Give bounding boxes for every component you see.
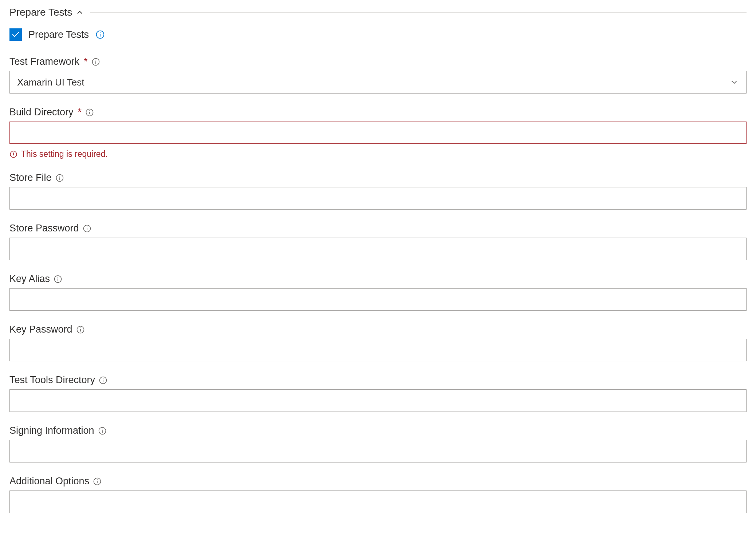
svg-point-2 (100, 32, 101, 33)
field-label-row: Signing Information (9, 425, 747, 436)
test-tools-directory-field: Test Tools Directory (9, 374, 747, 412)
svg-point-5 (95, 60, 96, 60)
signing-information-input[interactable] (9, 440, 747, 462)
test-framework-select[interactable]: Xamarin UI Test (9, 71, 747, 94)
key-password-input[interactable] (9, 339, 747, 361)
field-label-row: Key Alias (9, 273, 747, 285)
svg-point-11 (13, 155, 14, 156)
info-icon[interactable] (54, 275, 62, 283)
test-framework-field: Test Framework * Xamarin UI Test (9, 56, 747, 94)
required-asterisk: * (78, 107, 82, 118)
section-header[interactable]: Prepare Tests (9, 7, 747, 18)
test-tools-directory-label: Test Tools Directory (9, 374, 95, 386)
info-icon[interactable] (85, 108, 94, 117)
test-tools-directory-input[interactable] (9, 389, 747, 412)
store-file-field: Store File (9, 172, 747, 210)
field-label-row: Store File (9, 172, 747, 183)
prepare-tests-checkbox[interactable] (9, 28, 22, 41)
svg-point-23 (80, 327, 81, 328)
prepare-tests-checkbox-label: Prepare Tests (28, 29, 89, 40)
signing-information-field: Signing Information (9, 425, 747, 462)
build-directory-label: Build Directory (9, 107, 74, 118)
info-icon[interactable] (93, 477, 102, 486)
field-label-row: Test Tools Directory (9, 374, 747, 386)
prepare-tests-checkbox-row: Prepare Tests (9, 28, 747, 41)
svg-point-14 (59, 176, 60, 176)
store-file-label: Store File (9, 172, 52, 183)
key-password-label: Key Password (9, 324, 72, 335)
error-icon (9, 150, 17, 158)
store-password-field: Store Password (9, 223, 747, 260)
additional-options-label: Additional Options (9, 476, 89, 487)
svg-point-20 (58, 277, 58, 278)
chevron-down-icon (729, 78, 739, 87)
info-icon[interactable] (76, 325, 85, 334)
svg-point-29 (102, 429, 103, 429)
info-icon[interactable] (55, 174, 64, 182)
store-file-input[interactable] (9, 187, 747, 210)
info-icon[interactable] (95, 30, 105, 39)
key-alias-field: Key Alias (9, 273, 747, 311)
svg-point-8 (89, 110, 90, 111)
field-label-row: Additional Options (9, 476, 747, 487)
build-directory-field: Build Directory * This setting is requir… (9, 107, 747, 159)
info-icon[interactable] (99, 376, 107, 385)
field-label-row: Test Framework * (9, 56, 747, 67)
key-alias-label: Key Alias (9, 273, 50, 285)
test-framework-label: Test Framework (9, 56, 79, 67)
svg-point-26 (103, 378, 103, 379)
additional-options-input[interactable] (9, 491, 747, 513)
key-password-field: Key Password (9, 324, 747, 361)
field-label-row: Build Directory * (9, 107, 747, 118)
key-alias-input[interactable] (9, 288, 747, 311)
prepare-tests-panel: Prepare Tests Prepare Tests Test Framewo… (0, 0, 756, 541)
section-title: Prepare Tests (9, 7, 72, 18)
info-icon[interactable] (83, 224, 91, 233)
store-password-label: Store Password (9, 223, 79, 234)
info-icon[interactable] (98, 426, 107, 435)
signing-information-label: Signing Information (9, 425, 94, 436)
build-directory-error-text: This setting is required. (21, 149, 108, 159)
additional-options-field: Additional Options (9, 476, 747, 513)
test-framework-value: Xamarin UI Test (17, 77, 84, 88)
store-password-input[interactable] (9, 238, 747, 260)
info-icon[interactable] (91, 57, 100, 66)
build-directory-error: This setting is required. (9, 149, 747, 159)
field-label-row: Store Password (9, 223, 747, 234)
field-label-row: Key Password (9, 324, 747, 335)
chevron-up-icon (76, 8, 84, 16)
svg-point-17 (87, 226, 87, 227)
required-asterisk: * (84, 56, 88, 67)
section-rule (90, 12, 747, 13)
svg-point-32 (97, 479, 98, 480)
build-directory-input[interactable] (9, 122, 747, 144)
